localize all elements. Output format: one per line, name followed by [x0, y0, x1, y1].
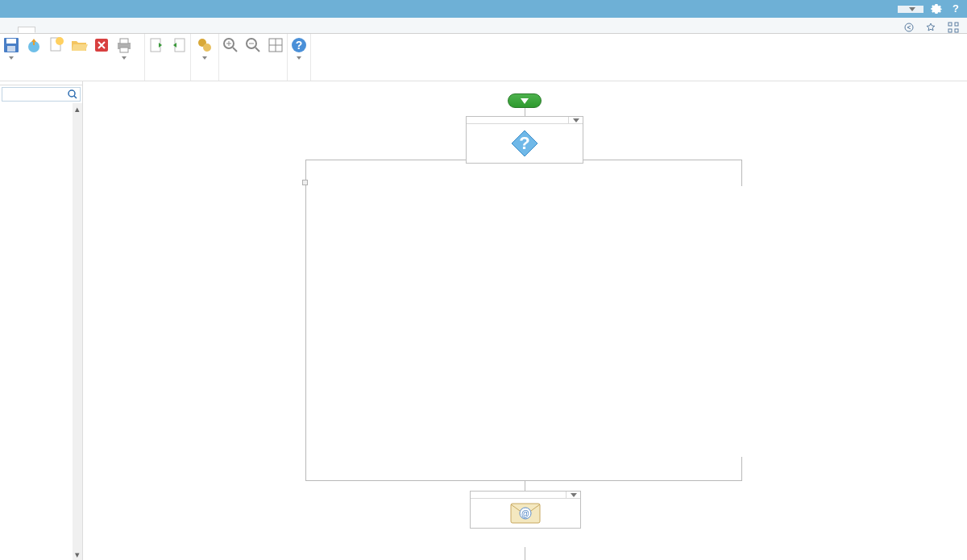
print-icon — [115, 36, 133, 54]
share-button[interactable] — [904, 23, 916, 32]
svg-text:?: ? — [952, 2, 959, 15]
svg-rect-8 — [7, 46, 15, 52]
export-button[interactable] — [168, 36, 190, 56]
svg-rect-14 — [120, 39, 128, 44]
ribbon-group-help — [288, 80, 310, 81]
focus-icon[interactable] — [948, 22, 959, 33]
user-menu[interactable] — [898, 6, 923, 13]
save-button[interactable] — [0, 36, 23, 60]
import-button[interactable] — [145, 36, 168, 56]
svg-rect-7 — [6, 39, 16, 44]
close-icon — [93, 36, 110, 54]
help-icon: ? — [290, 36, 308, 54]
new-button[interactable] — [45, 36, 68, 56]
zoom-out-button[interactable] — [242, 36, 264, 56]
open-button[interactable] — [68, 36, 90, 56]
ribbon-group-settings — [191, 80, 218, 81]
svg-point-1 — [905, 23, 913, 31]
tab-nintex-workflow[interactable] — [18, 27, 35, 33]
publish-icon — [25, 36, 43, 54]
svg-point-19 — [203, 44, 211, 52]
zoom-fit-icon — [267, 36, 284, 54]
svg-point-11 — [56, 37, 64, 45]
ribbon: ? — [0, 34, 967, 81]
svg-text:?: ? — [296, 39, 303, 52]
svg-rect-5 — [955, 29, 958, 32]
help-button[interactable]: ? — [288, 36, 310, 60]
workflow-settings-button[interactable] — [191, 36, 218, 60]
export-icon — [170, 36, 188, 54]
gear-icon — [196, 36, 214, 54]
open-folder-icon — [70, 36, 88, 54]
ribbon-group-importexport — [145, 80, 190, 81]
follow-button[interactable] — [926, 23, 938, 32]
ribbon-group-view — [219, 80, 287, 81]
svg-rect-15 — [120, 48, 128, 52]
zoom-out-icon — [244, 36, 262, 54]
suite-bar: ? — [0, 0, 967, 18]
share-icon — [904, 23, 914, 32]
ribbon-group-file — [0, 80, 144, 81]
gear-icon[interactable] — [930, 2, 943, 15]
print-button[interactable] — [113, 36, 135, 60]
import-icon — [147, 36, 165, 54]
star-icon — [926, 23, 936, 32]
close-button[interactable] — [90, 36, 113, 56]
zoom-in-button[interactable] — [219, 36, 242, 56]
svg-rect-3 — [955, 23, 958, 26]
tab-browse[interactable] — [0, 27, 18, 33]
save-icon — [2, 36, 20, 54]
help-icon[interactable]: ? — [949, 2, 962, 15]
new-icon — [48, 36, 65, 54]
svg-rect-2 — [948, 23, 952, 26]
zoom-in-icon — [222, 36, 239, 54]
chevron-down-icon — [909, 7, 915, 11]
ribbon-tabs — [0, 18, 967, 34]
svg-rect-4 — [948, 29, 952, 32]
publish-button[interactable] — [23, 36, 45, 56]
zoom-100-button[interactable] — [264, 36, 287, 56]
